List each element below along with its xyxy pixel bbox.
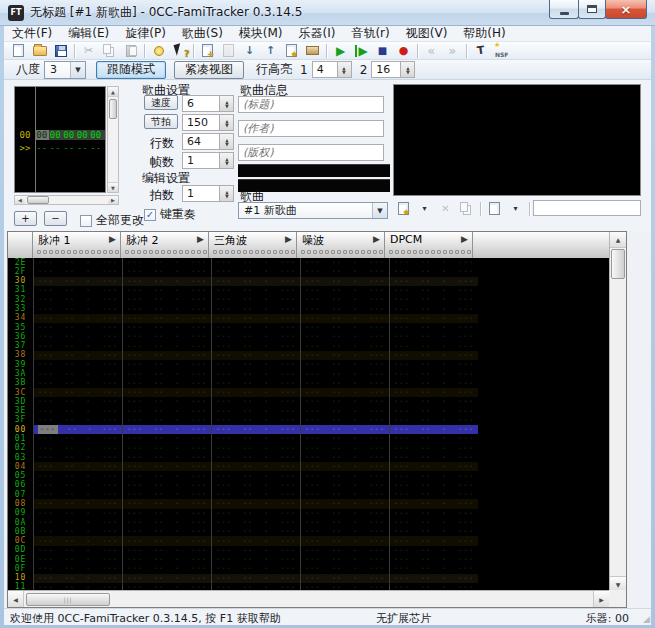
spin-down-icon[interactable]: ▼ bbox=[406, 70, 409, 74]
pattern-row[interactable]: 0F--------------------------------------… bbox=[8, 564, 609, 573]
highlight1-spinner[interactable]: ▲▼ bbox=[338, 61, 352, 78]
pattern-row[interactable]: 0E--------------------------------------… bbox=[8, 555, 609, 564]
pattern-hscroll-thumb[interactable]: ||| bbox=[26, 593, 110, 606]
song-select[interactable]: #1 新歌曲 ▼ bbox=[238, 202, 388, 219]
pattern-row[interactable]: 05--------------------------------------… bbox=[8, 471, 609, 480]
channel-header[interactable]: DPCM▶ bbox=[385, 232, 473, 258]
tempo-spinner[interactable]: ▲▼ bbox=[220, 114, 234, 131]
pattern-row[interactable]: 08--------------------------------------… bbox=[8, 499, 609, 508]
pattern-row[interactable]: 3F--------------------------------------… bbox=[8, 416, 609, 425]
pattern-row[interactable]: 2E--------------------------------------… bbox=[8, 258, 609, 267]
stop-icon[interactable]: ■ bbox=[372, 43, 393, 59]
channel-effect-arrow-icon[interactable]: ▶ bbox=[373, 234, 380, 244]
remove-frame-button[interactable]: − bbox=[44, 211, 67, 226]
menu-item[interactable]: 歌曲(S) bbox=[174, 25, 231, 42]
pattern-row[interactable]: 06--------------------------------------… bbox=[8, 481, 609, 490]
frame-hscroll-thumb[interactable] bbox=[27, 196, 49, 204]
speed-spinner[interactable]: ▲▼ bbox=[220, 95, 234, 112]
pattern-row[interactable]: 38--------------------------------------… bbox=[8, 351, 609, 360]
move-frame-down-icon[interactable]: ↓ bbox=[239, 43, 260, 59]
menu-item[interactable]: 模块(M) bbox=[231, 25, 291, 42]
song-title-field[interactable] bbox=[238, 96, 384, 113]
pattern-row[interactable]: 0D--------------------------------------… bbox=[8, 546, 609, 555]
nsf-export-icon[interactable]: ★NSF bbox=[491, 43, 512, 59]
pattern-row[interactable]: 02--------------------------------------… bbox=[8, 444, 609, 453]
menu-item[interactable]: 音轨(r) bbox=[343, 25, 397, 42]
scroll-up-icon[interactable]: ▲ bbox=[610, 232, 626, 248]
compact-view-button[interactable]: 紧凑视图 bbox=[174, 61, 244, 79]
pattern-row[interactable]: 30--------------------------------------… bbox=[8, 277, 609, 286]
close-button[interactable]: × bbox=[605, 0, 647, 19]
minimize-button[interactable] bbox=[549, 0, 579, 19]
instrument-list[interactable] bbox=[393, 84, 641, 196]
rows-spinner[interactable]: ▲▼ bbox=[220, 133, 234, 150]
chevron-down-icon[interactable]: ▼ bbox=[70, 62, 85, 78]
duplicate-frame-icon[interactable]: ★ bbox=[281, 43, 302, 59]
pattern-row[interactable]: 3D--------------------------------------… bbox=[8, 397, 609, 406]
song-copyright-field[interactable] bbox=[238, 144, 384, 161]
frames-field[interactable]: 1 bbox=[182, 152, 220, 169]
speed-button[interactable]: 速度 bbox=[144, 95, 178, 110]
pattern-row[interactable]: 0A--------------------------------------… bbox=[8, 518, 609, 527]
pattern-row[interactable]: 39--------------------------------------… bbox=[8, 360, 609, 369]
menu-item[interactable]: 编辑(E) bbox=[60, 25, 117, 42]
load-instrument-menu-icon[interactable]: ▾ bbox=[505, 201, 526, 217]
menu-item[interactable]: 视图(V) bbox=[398, 25, 456, 42]
pattern-row[interactable]: 07--------------------------------------… bbox=[8, 490, 609, 499]
play-pattern-icon[interactable]: ▶ bbox=[351, 43, 372, 59]
step-spinner[interactable]: ▲▼ bbox=[220, 185, 234, 202]
menu-item[interactable]: 帮助(H) bbox=[455, 25, 513, 42]
spin-down-icon[interactable]: ▼ bbox=[225, 142, 228, 146]
channel-header[interactable]: 三角波▶ bbox=[209, 232, 297, 258]
add-frame-button[interactable]: + bbox=[14, 211, 37, 226]
pattern-row[interactable]: 3E--------------------------------------… bbox=[8, 407, 609, 416]
open-file-icon[interactable] bbox=[29, 43, 50, 59]
context-help-icon[interactable]: ? bbox=[169, 43, 190, 59]
octave-select[interactable]: 3 ▼ bbox=[44, 61, 86, 79]
pattern-row[interactable]: 0B--------------------------------------… bbox=[8, 527, 609, 536]
frame-row[interactable]: >>---------- bbox=[15, 141, 105, 154]
frame-editor[interactable]: 000000000000>>---------- bbox=[14, 86, 106, 193]
scroll-right-icon[interactable]: ▶ bbox=[593, 591, 609, 607]
new-instrument-menu-icon[interactable]: ▾ bbox=[414, 201, 435, 217]
scroll-down-icon[interactable]: ▼ bbox=[108, 182, 118, 192]
frame-editor-hscrollbar[interactable]: ◀ ▶ bbox=[14, 195, 119, 205]
highlight2-field[interactable]: 16 bbox=[371, 61, 401, 78]
pattern-row[interactable]: 01--------------------------------------… bbox=[8, 434, 609, 443]
pattern-row[interactable]: 34--------------------------------------… bbox=[8, 314, 609, 323]
channel-effect-arrow-icon[interactable]: ▶ bbox=[197, 234, 204, 244]
new-instrument-icon[interactable]: ★ bbox=[393, 201, 414, 217]
highlight1-field[interactable]: 4 bbox=[312, 61, 338, 78]
speed-field[interactable]: 6 bbox=[182, 95, 220, 112]
channel-effect-arrow-icon[interactable]: ▶ bbox=[461, 234, 468, 244]
channel-header[interactable]: 脉冲 1▶ bbox=[33, 232, 121, 258]
channel-header[interactable]: 脉冲 2▶ bbox=[121, 232, 209, 258]
scroll-left-icon[interactable]: ◀ bbox=[15, 196, 25, 204]
pattern-row[interactable]: 10--------------------------------------… bbox=[8, 574, 609, 583]
spin-down-icon[interactable]: ▼ bbox=[225, 104, 228, 108]
channel-effect-arrow-icon[interactable]: ▶ bbox=[109, 234, 116, 244]
pattern-row[interactable]: 35--------------------------------------… bbox=[8, 323, 609, 332]
pattern-hscrollbar[interactable]: ◀ ||| ▶ bbox=[8, 590, 609, 607]
maximize-button[interactable] bbox=[578, 0, 606, 19]
step-field[interactable]: 1 bbox=[182, 185, 220, 202]
frame-vscroll-thumb[interactable] bbox=[109, 99, 117, 119]
spin-down-icon[interactable]: ▼ bbox=[225, 194, 228, 198]
new-file-icon[interactable] bbox=[8, 43, 29, 59]
pattern-grid[interactable]: 2E--------------------------------------… bbox=[8, 258, 609, 592]
frame-editor-icon[interactable] bbox=[302, 43, 323, 59]
pattern-row[interactable]: 3C--------------------------------------… bbox=[8, 388, 609, 397]
save-file-icon[interactable] bbox=[50, 43, 71, 59]
scroll-up-icon[interactable]: ▲ bbox=[108, 87, 118, 97]
menu-item[interactable]: 文件(F) bbox=[4, 25, 60, 42]
highlight2-spinner[interactable]: ▲▼ bbox=[401, 61, 415, 78]
song-author-field[interactable] bbox=[238, 120, 384, 137]
pattern-vscroll-thumb[interactable] bbox=[611, 249, 625, 279]
pattern-row[interactable]: 3B--------------------------------------… bbox=[8, 379, 609, 388]
spin-down-icon[interactable]: ▼ bbox=[225, 123, 228, 127]
spin-down-icon[interactable]: ▼ bbox=[342, 70, 345, 74]
record-icon[interactable]: ● bbox=[393, 43, 414, 59]
scroll-right-icon[interactable]: ▶ bbox=[108, 196, 118, 204]
pattern-row[interactable]: 37--------------------------------------… bbox=[8, 342, 609, 351]
pattern-row[interactable]: 0C--------------------------------------… bbox=[8, 536, 609, 545]
